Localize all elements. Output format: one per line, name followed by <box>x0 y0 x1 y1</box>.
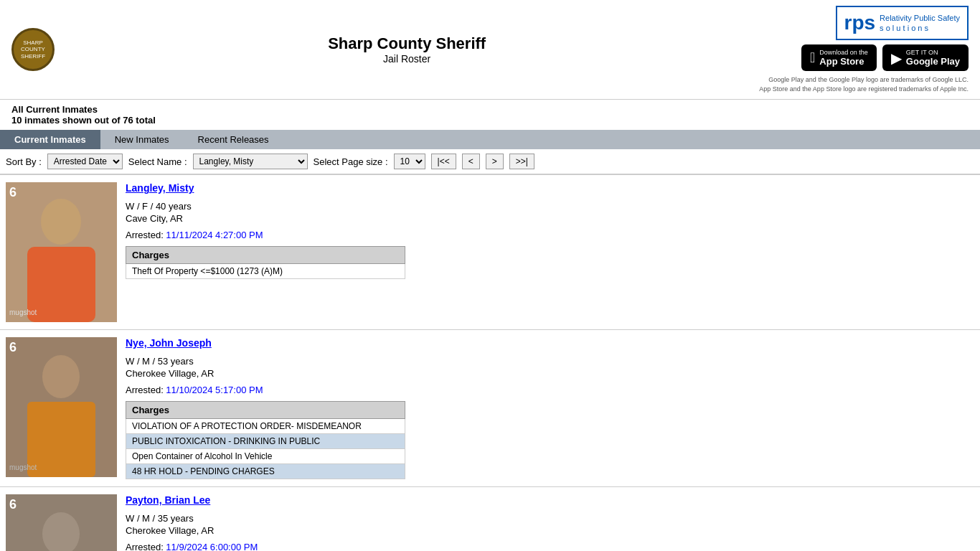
charge-row: VIOLATION OF A PROTECTION ORDER- MISDEME… <box>126 419 405 434</box>
svg-text:6: 6 <box>9 497 17 512</box>
google-play-name: Google Play <box>906 56 960 67</box>
svg-text:mugshot: mugshot <box>9 309 37 316</box>
rps-tagline: Relativity Public Safety s o l u t i o n… <box>880 13 960 34</box>
page-size-label: Select Page size : <box>314 156 388 167</box>
charge-row: Theft Of Property <=$1000 (1273 (A)M) <box>126 264 405 279</box>
tab-bar: Current Inmates New Inmates Recent Relea… <box>0 130 980 149</box>
svg-point-1 <box>41 199 81 245</box>
charges-header-1: Charges <box>126 247 405 264</box>
app-store-label: Download on the <box>819 49 868 56</box>
rps-logo: rps Relativity Public Safety s o l u t i… <box>836 6 969 40</box>
page-title: Sharp County Sheriff <box>55 34 759 53</box>
charges-table-1: Charges Theft Of Property <=$1000 (1273 … <box>126 246 405 279</box>
inmate-list: mugshot 6 Langley, Misty W / F / 40 year… <box>0 174 980 551</box>
svg-rect-7 <box>27 402 95 477</box>
trademark-text: Google Play and the Google Play logo are… <box>759 75 969 93</box>
page-title-block: Sharp County Sheriff Jail Roster <box>55 34 759 65</box>
inmate-race-sex-age-1: W / F / 40 years <box>126 201 974 212</box>
tab-new-inmates[interactable]: New Inmates <box>100 130 184 149</box>
inmate-arrested-3: Arrested: 11/9/2024 6:00:00 PM <box>126 542 974 551</box>
inmate-name-1[interactable]: Langley, Misty <box>126 182 974 194</box>
sort-by-label: Sort By : <box>6 156 42 167</box>
table-row: 6 mugshot Payton, Brian Lee W / M / 35 y… <box>0 487 980 551</box>
google-play-label: GET IT ON <box>906 49 960 56</box>
tab-current-inmates[interactable]: Current Inmates <box>0 130 100 149</box>
inmate-name-2[interactable]: Nye, John Joseph <box>126 337 974 349</box>
inmate-arrested-2: Arrested: 11/10/2024 5:17:00 PM <box>126 385 974 395</box>
charge-row: Open Container of Alcohol In Vehicle <box>126 449 405 464</box>
page-header: SHARPCOUNTYSHERIFF Sharp County Sheriff … <box>0 0 980 100</box>
inmate-location-3: Cherokee Village, AR <box>126 525 974 536</box>
controls-bar: Sort By : Arrested Date Name Select Name… <box>0 149 980 174</box>
app-store-name: App Store <box>819 56 868 67</box>
table-row: mugshot 6 Langley, Misty W / F / 40 year… <box>0 174 980 330</box>
header-right-block: rps Relativity Public Safety s o l u t i… <box>759 6 969 93</box>
svg-text:mugshot: mugshot <box>9 463 37 471</box>
app-store-button[interactable]:  Download on the App Store <box>801 44 877 71</box>
inmate-info-3: Payton, Brian Lee W / M / 35 years Chero… <box>126 494 974 551</box>
charge-row: PUBLIC INTOXICATION - DRINKING IN PUBLIC <box>126 434 405 449</box>
inmate-location-1: Cave City, AR <box>126 213 974 224</box>
rps-brand: rps <box>844 11 876 34</box>
inmate-info-1: Langley, Misty W / F / 40 years Cave Cit… <box>126 182 974 279</box>
nav-last-button[interactable]: >>| <box>509 154 534 169</box>
svg-point-6 <box>42 355 80 398</box>
inmate-count-detail: 10 inmates shown out of 76 total <box>11 115 969 126</box>
svg-text:6: 6 <box>9 185 17 199</box>
inmate-location-2: Cherokee Village, AR <box>126 368 974 379</box>
nav-first-button[interactable]: |<< <box>431 154 456 169</box>
svg-text:6: 6 <box>9 340 17 354</box>
inmate-name-3[interactable]: Payton, Brian Lee <box>126 494 974 506</box>
select-name-dropdown[interactable]: Langley, Misty Nye, John Joseph Payton, … <box>193 154 308 169</box>
tab-recent-releases[interactable]: Recent Releases <box>184 130 283 149</box>
charges-header-2: Charges <box>126 402 405 419</box>
sort-by-select[interactable]: Arrested Date Name <box>47 154 123 169</box>
charges-table-2: Charges VIOLATION OF A PROTECTION ORDER-… <box>126 401 405 479</box>
google-play-button[interactable]: ▶ GET IT ON Google Play <box>882 44 969 71</box>
inmate-race-sex-age-3: W / M / 35 years <box>126 513 974 524</box>
inmate-photo-2: 6 mugshot <box>6 337 117 477</box>
nav-prev-button[interactable]: < <box>462 154 480 169</box>
inmate-arrested-1: Arrested: 11/11/2024 4:27:00 PM <box>126 230 974 240</box>
inmate-race-sex-age-2: W / M / 53 years <box>126 356 974 367</box>
select-name-label: Select Name : <box>128 156 187 167</box>
apple-icon:  <box>810 50 815 66</box>
inmate-photo-3: 6 mugshot <box>6 494 117 551</box>
inmate-info-2: Nye, John Joseph W / M / 53 years Cherok… <box>126 337 974 479</box>
nav-next-button[interactable]: > <box>486 154 504 169</box>
app-buttons:  Download on the App Store ▶ GET IT ON … <box>801 44 969 71</box>
page-subtitle: Jail Roster <box>55 53 759 65</box>
table-row: 6 mugshot Nye, John Joseph W / M / 53 ye… <box>0 330 980 487</box>
sheriff-badge: SHARPCOUNTYSHERIFF <box>11 28 55 71</box>
charge-row: 48 HR HOLD - PENDING CHARGES <box>126 464 405 479</box>
inmate-count-label: All Current Inmates <box>11 104 969 115</box>
svg-rect-2 <box>27 247 95 322</box>
inmate-photo-1: mugshot 6 <box>6 182 117 322</box>
sub-header: All Current Inmates 10 inmates shown out… <box>0 100 980 130</box>
page-size-select[interactable]: 10 25 50 <box>394 154 425 169</box>
google-play-icon: ▶ <box>891 50 902 67</box>
